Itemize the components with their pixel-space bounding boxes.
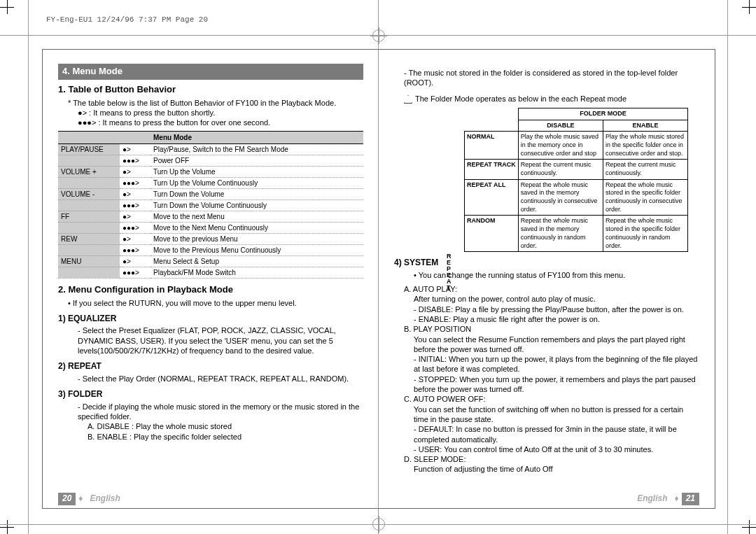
legend-long: ●●●> : It means to press the button for … — [78, 118, 363, 127]
page-right: - The music not stored in the folder is … — [379, 50, 715, 508]
equalizer-heading: 1) EQUALIZER — [58, 314, 363, 325]
playpos-h: B. PLAY POSITION — [404, 324, 699, 334]
system-heading: 4) SYSTEM — [394, 258, 699, 269]
row-normal: NORMAL — [465, 132, 519, 160]
row-random: RANDOM — [465, 216, 519, 252]
system-text: • You can change the running status of F… — [414, 270, 699, 280]
table-row: PLAY/PAUSE●>Play/Pause, Switch to the FM… — [58, 143, 363, 155]
folder-text: - Decide if playing the whole music stor… — [78, 402, 363, 422]
table-row: MENU●>Menu Select & Setup — [58, 255, 363, 267]
table-row: VOLUME +●>Turn Up the Volume — [58, 166, 363, 177]
folder-heading: 3) FOLDER — [58, 389, 363, 400]
table-row: ●●●>Power OFF — [58, 155, 363, 166]
footer-right: English ♦ 21 — [633, 493, 699, 505]
page-spread: 4. Menu Mode 1. Table of Button Behavior… — [42, 49, 715, 509]
autooff-default: - DEFAULT: In case no button is pressed … — [414, 424, 699, 444]
autooff-t: You can set the function of switching of… — [414, 405, 699, 425]
folder-mode-table: FOLDER MODE DISABLEENABLE NORMALPlay the… — [464, 108, 688, 252]
table-header: Menu Mode — [150, 131, 363, 143]
playpos-initial: - INITIAL: When you turn up the power, i… — [414, 354, 699, 374]
repeat-text: - Select the Play Order (NORMAL, REPEAT … — [78, 374, 363, 384]
legend-short: ●> : It means to press the button shortl… — [78, 108, 363, 118]
col-disable: DISABLE — [518, 120, 603, 132]
table-top-header: FOLDER MODE — [518, 108, 687, 120]
page-number: 20 — [58, 493, 76, 505]
footer-left: 20 ♦ English — [58, 493, 125, 505]
button-behavior-table: Menu Mode PLAY/PAUSE●>Play/Pause, Switch… — [58, 131, 363, 279]
table-row: ●●●>Turn Up the Volume Continuously — [58, 177, 363, 188]
folder-mode-note: The Folder Mode operates as below in the… — [404, 94, 699, 104]
language-label: English — [633, 493, 671, 505]
row-repeat-track: REPEAT TRACK — [465, 160, 519, 179]
language-label: English — [85, 493, 124, 505]
note: * The table below is the list of Button … — [68, 98, 363, 108]
col-enable: ENABLE — [603, 120, 687, 132]
registration-mark-icon — [372, 518, 385, 531]
crop-line — [727, 0, 728, 534]
table-row: REW●>Move to the previous Menu — [58, 233, 363, 244]
subheading-1: 1. Table of Button Behavior — [58, 84, 363, 96]
page-left: 4. Menu Mode 1. Table of Button Behavior… — [43, 50, 379, 508]
autoplay-enable: - ENABLE: Play a music file right after … — [414, 314, 699, 324]
subheading-2: 2. Menu Configuration in Playback Mode — [58, 284, 363, 296]
autooff-h: C. AUTO POWER OFF: — [404, 394, 699, 404]
section-heading: 4. Menu Mode — [58, 64, 363, 80]
print-stamp: FY-Eng-EU1 12/24/96 7:37 PM Page 20 — [46, 15, 208, 24]
sleep-t: Function of adjusting the time of Auto O… — [414, 464, 699, 474]
table-row: ●●●>Playback/FM Mode Switch — [58, 267, 363, 278]
table-row: ●●●>Turn Down the Volume Continuously — [58, 199, 363, 211]
sleep-h: D. SLEEP MODE: — [404, 454, 699, 464]
table-row: ●●●>Move to the Next Menu Continuously — [58, 222, 363, 233]
warning-icon — [404, 95, 412, 104]
equalizer-text: - Select the Preset Equalizer (FLAT, POP… — [78, 325, 363, 356]
table-row: ●●●>Move to the Previous Menu Continuous… — [58, 244, 363, 255]
playpos-t: You can select the Resume Function remem… — [414, 335, 699, 355]
folder-enable: B. ENABLE : Play the specific folder sel… — [88, 432, 363, 442]
playpos-stopped: - STOPPED: When you turn up the power, i… — [414, 374, 699, 395]
note: • If you select the RUTURN, you will mov… — [68, 298, 363, 308]
page-number: 21 — [682, 493, 699, 505]
repeat-heading: 2) REPEAT — [58, 361, 363, 372]
crop-line — [28, 0, 29, 534]
root-note: - The music not stored in the folder is … — [404, 68, 699, 88]
table-row: VOLUME -●>Turn Down the Volume — [58, 188, 363, 199]
autooff-user: - USER: You can control time of Auto Off… — [414, 444, 699, 454]
repeat-side-label: REPEAT — [447, 253, 452, 291]
autoplay-t: After turning on the power, control auto… — [414, 294, 699, 304]
table-row: FF●>Move to the next Menu — [58, 211, 363, 222]
autoplay-disable: - DISABLE: Play a file by pressing the P… — [414, 304, 699, 314]
registration-mark-icon — [372, 29, 385, 42]
folder-disable: A. DISABLE : Play the whole music stored — [88, 421, 363, 431]
row-repeat-all: REPEAT ALL — [465, 179, 519, 216]
